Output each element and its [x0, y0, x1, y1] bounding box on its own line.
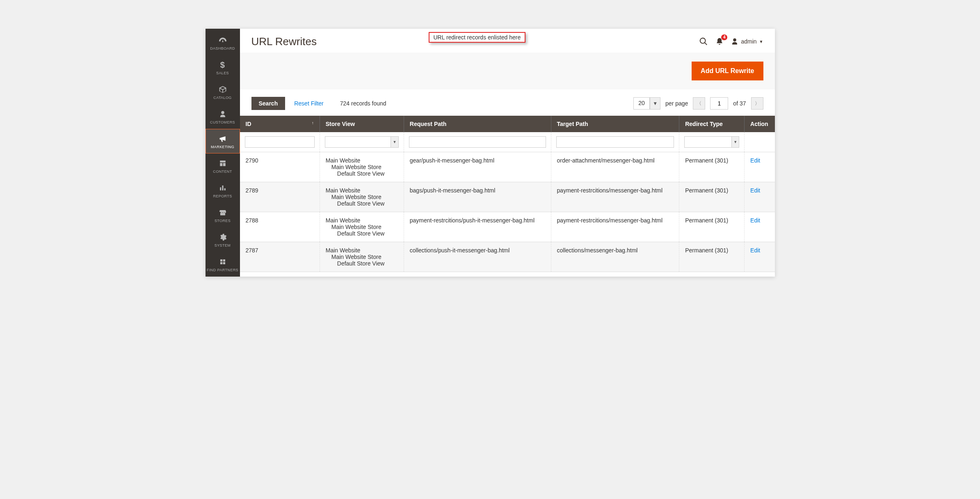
- cell-redirect-type: Permanent (301): [679, 182, 745, 212]
- per-page-select[interactable]: 20 ▼: [633, 97, 660, 110]
- column-header-action: Action: [745, 116, 775, 132]
- user-icon: [731, 38, 738, 45]
- url-rewrites-grid: ID ↑ Store View Request Path Target Path…: [240, 116, 775, 272]
- table-row: 2787Main WebsiteMain Website StoreDefaul…: [240, 242, 775, 272]
- cell-id: 2789: [240, 182, 320, 212]
- dollar-icon: $: [207, 60, 239, 69]
- box-icon: [207, 85, 239, 94]
- cell-id: 2790: [240, 152, 320, 182]
- sidebar-item-partners[interactable]: FIND PARTNERS: [206, 252, 240, 277]
- cell-request-path: bags/push-it-messenger-bag.html: [404, 182, 551, 212]
- cell-request-path: payment-restrcitions/push-it-messenger-b…: [404, 212, 551, 242]
- prev-page-button[interactable]: 〈: [693, 97, 705, 110]
- next-page-button[interactable]: 〉: [751, 97, 763, 110]
- filter-target-path-input[interactable]: [556, 136, 674, 148]
- pager: 20 ▼ per page 〈 of 37 〉: [633, 97, 763, 110]
- add-url-rewrite-button[interactable]: Add URL Rewrite: [692, 62, 763, 80]
- reset-filter-link[interactable]: Reset Filter: [294, 100, 324, 107]
- filter-store-view-select[interactable]: ▼: [325, 136, 399, 148]
- edit-link[interactable]: Edit: [750, 157, 760, 164]
- sidebar-item-catalog[interactable]: CATALOG: [206, 80, 240, 104]
- cell-store-view: Main WebsiteMain Website StoreDefault St…: [320, 212, 404, 242]
- megaphone-icon: [207, 134, 239, 143]
- person-icon: [207, 110, 239, 119]
- records-found-label: 724 records found: [340, 100, 386, 107]
- column-header-id[interactable]: ID ↑: [240, 116, 320, 132]
- per-page-label: per page: [665, 100, 688, 107]
- sidebar-item-label: FIND PARTNERS: [207, 268, 239, 272]
- user-label: admin: [741, 38, 756, 45]
- notifications-button[interactable]: 4: [715, 37, 724, 46]
- search-button[interactable]: Search: [251, 97, 286, 110]
- gear-icon: [207, 233, 239, 242]
- sidebar-item-stores[interactable]: STORES: [206, 203, 240, 227]
- sidebar-item-label: SYSTEM: [207, 243, 239, 247]
- action-bar: Add URL Rewrite: [240, 53, 775, 89]
- grid-toolbar: Search Reset Filter 724 records found 20…: [240, 89, 775, 116]
- column-header-target-path[interactable]: Target Path: [551, 116, 679, 132]
- sidebar-item-marketing[interactable]: MARKETING: [206, 129, 240, 153]
- cell-request-path: gear/push-it-messenger-bag.html: [404, 152, 551, 182]
- sidebar-item-reports[interactable]: REPORTS: [206, 178, 240, 203]
- cell-target-path: order-attachment/messenger-bag.html: [551, 152, 679, 182]
- sidebar-item-label: CATALOG: [207, 96, 239, 100]
- cell-request-path: collections/push-it-messenger-bag.html: [404, 242, 551, 272]
- sidebar-item-sales[interactable]: $ SALES: [206, 55, 240, 80]
- table-row: 2789Main WebsiteMain Website StoreDefaul…: [240, 182, 775, 212]
- page-title: URL Rewrites: [251, 35, 317, 48]
- table-row: 2788Main WebsiteMain Website StoreDefaul…: [240, 212, 775, 242]
- filter-redirect-type-select[interactable]: ▼: [684, 136, 739, 148]
- callout-annotation: URL redirect records enlisted here: [429, 32, 526, 43]
- edit-link[interactable]: Edit: [750, 187, 760, 194]
- header-actions: 4 admin ▼: [699, 37, 763, 46]
- blocks-icon: [207, 257, 239, 266]
- per-page-value: 20: [633, 97, 650, 110]
- filter-row: ▼ ▼: [240, 132, 775, 152]
- sidebar-item-system[interactable]: SYSTEM: [206, 227, 240, 252]
- sort-asc-icon: ↑: [312, 121, 314, 125]
- sidebar-item-label: SALES: [207, 71, 239, 75]
- table-header-row: ID ↑ Store View Request Path Target Path…: [240, 116, 775, 132]
- sidebar-item-label: CUSTOMERS: [207, 120, 239, 124]
- sidebar-item-label: MARKETING: [207, 145, 239, 149]
- main-content: URL Rewrites URL redirect records enlist…: [240, 29, 775, 277]
- storefront-icon: [207, 208, 239, 217]
- filter-request-path-input[interactable]: [409, 136, 546, 148]
- sidebar-item-label: REPORTS: [207, 194, 239, 198]
- chevron-down-icon: ▼: [759, 39, 763, 44]
- admin-sidebar: DASHBOARD $ SALES CATALOG CUSTOMERS MARK…: [206, 29, 240, 277]
- sidebar-item-label: DASHBOARD: [207, 46, 239, 50]
- page-input[interactable]: [710, 97, 728, 110]
- layout-icon: [207, 159, 239, 168]
- gauge-icon: [207, 36, 239, 45]
- cell-id: 2788: [240, 212, 320, 242]
- sidebar-item-customers[interactable]: CUSTOMERS: [206, 104, 240, 129]
- bars-icon: [207, 183, 239, 192]
- page-header: URL Rewrites URL redirect records enlist…: [240, 29, 775, 50]
- app-window: DASHBOARD $ SALES CATALOG CUSTOMERS MARK…: [206, 29, 775, 277]
- cell-redirect-type: Permanent (301): [679, 242, 745, 272]
- page-of-label: of 37: [733, 100, 746, 107]
- cell-store-view: Main WebsiteMain Website StoreDefault St…: [320, 152, 404, 182]
- sidebar-item-dashboard[interactable]: DASHBOARD: [206, 30, 240, 55]
- cell-target-path: payment-restrcitions/messenger-bag.html: [551, 212, 679, 242]
- chevron-down-icon[interactable]: ▼: [650, 97, 660, 110]
- cell-redirect-type: Permanent (301): [679, 152, 745, 182]
- cell-store-view: Main WebsiteMain Website StoreDefault St…: [320, 182, 404, 212]
- cell-target-path: payment-restrcitions/messenger-bag.html: [551, 182, 679, 212]
- chevron-down-icon: ▼: [391, 136, 399, 148]
- user-menu[interactable]: admin ▼: [731, 38, 763, 45]
- edit-link[interactable]: Edit: [750, 217, 760, 224]
- edit-link[interactable]: Edit: [750, 247, 760, 254]
- column-header-request-path[interactable]: Request Path: [404, 116, 551, 132]
- notification-badge: 4: [721, 34, 728, 40]
- search-icon[interactable]: [699, 37, 708, 46]
- column-header-store-view[interactable]: Store View: [320, 116, 404, 132]
- column-header-redirect-type[interactable]: Redirect Type: [679, 116, 745, 132]
- sidebar-item-content[interactable]: CONTENT: [206, 153, 240, 178]
- cell-target-path: collections/messenger-bag.html: [551, 242, 679, 272]
- filter-id-input[interactable]: [245, 136, 315, 148]
- sidebar-item-label: STORES: [207, 219, 239, 223]
- cell-redirect-type: Permanent (301): [679, 212, 745, 242]
- chevron-down-icon: ▼: [731, 136, 739, 148]
